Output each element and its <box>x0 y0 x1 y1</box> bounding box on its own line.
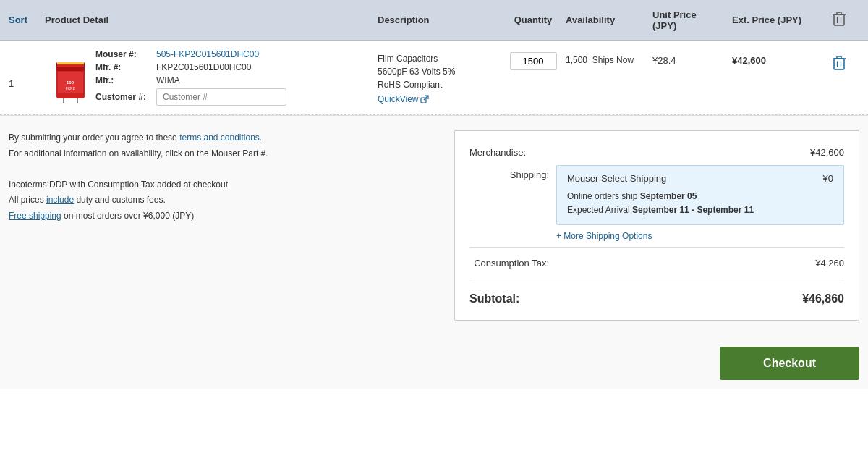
consumption-tax-value: ¥4,260 <box>815 258 844 269</box>
delete-column-header <box>826 11 852 29</box>
svg-text:100: 100 <box>66 80 74 85</box>
unit-price-cell: ¥28.4 <box>652 49 732 66</box>
row-number: 1 <box>9 49 45 89</box>
quantity-input[interactable] <box>510 52 557 70</box>
subtotal-row: Subtotal: ¥46,860 <box>469 285 844 308</box>
summary-section: By submitting your order you agree to th… <box>0 115 868 335</box>
checkout-section: Checkout <box>0 335 868 389</box>
ext-price-cell: ¥42,600 <box>732 49 826 66</box>
unit-price-column-header: Unit Price (JPY) <box>652 9 732 31</box>
summary-left-panel: By submitting your order you agree to th… <box>9 130 440 321</box>
availability-column-header: Availability <box>566 14 652 25</box>
product-image: 100 FKP2 <box>45 49 95 103</box>
availability-text: For additional information on availabili… <box>9 146 440 162</box>
merchandise-label: Merchandise: <box>469 147 526 158</box>
shipping-content: Mouser Select Shipping ¥0 Online orders … <box>556 162 844 241</box>
mouser-part-link[interactable]: 505-FKP2C015601DHC00 <box>156 49 259 59</box>
shipping-row: Shipping: Mouser Select Shipping ¥0 Onli… <box>469 162 844 241</box>
shipping-label: Shipping: <box>469 162 549 180</box>
terms-link[interactable]: terms and conditions. <box>179 132 262 143</box>
mfr-name-value: WIMA <box>156 75 180 85</box>
sort-column-header[interactable]: Sort <box>9 14 45 25</box>
mouser-number-row: Mouser #: 505-FKP2C015601DHC00 <box>95 49 378 59</box>
description-line3: RoHS Compliant <box>378 78 501 91</box>
subtotal-value: ¥46,860 <box>802 292 844 305</box>
divider <box>469 247 844 248</box>
mfr-number-row: Mfr. #: FKP2C015601D00HC00 <box>95 62 378 72</box>
incoterms-text: Incoterms:DDP with Consumption Tax added… <box>9 177 440 193</box>
arrival-value: September 11 - September 11 <box>632 205 754 215</box>
external-link-icon <box>420 95 429 103</box>
summary-right-panel: Merchandise: ¥42,600 Shipping: Mouser Se… <box>454 130 859 321</box>
divider2 <box>469 279 844 279</box>
prices-text: All prices include duty and customs fees… <box>9 193 440 208</box>
more-shipping-link[interactable]: + More Shipping Options <box>556 231 844 241</box>
quantity-cell <box>501 49 566 70</box>
capacitor-svg: 100 FKP2 <box>51 56 90 103</box>
shipping-option-row: Mouser Select Shipping ¥0 <box>567 173 833 184</box>
description-column-header: Description <box>378 14 501 25</box>
availability-cell: 1,500 Ships Now <box>566 49 652 65</box>
delete-cell[interactable] <box>826 49 852 75</box>
trash-icon <box>832 55 846 71</box>
mfr-name-label: Mfr.: <box>95 75 153 85</box>
shipping-box: Mouser Select Shipping ¥0 Online orders … <box>556 165 844 225</box>
mfr-name-row: Mfr.: WIMA <box>95 75 378 85</box>
svg-rect-19 <box>834 59 844 69</box>
product-info: Mouser #: 505-FKP2C015601DHC00 Mfr. #: F… <box>95 49 378 106</box>
checkout-button[interactable]: Checkout <box>720 347 859 380</box>
consumption-tax-row: Consumption Tax: ¥4,260 <box>469 253 844 273</box>
include-link[interactable]: include <box>46 195 74 205</box>
ext-price-column-header: Ext. Price (JPY) <box>732 14 826 25</box>
quantity-column-header: Quantity <box>501 14 566 25</box>
svg-text:FKP2: FKP2 <box>65 86 75 90</box>
svg-rect-16 <box>57 64 84 67</box>
shipping-price: ¥0 <box>823 173 833 184</box>
merchandise-row: Merchandise: ¥42,600 <box>469 143 844 162</box>
terms-text: By submitting your order you agree to th… <box>9 130 440 146</box>
mfr-part-value: FKP2C015601D00HC00 <box>156 62 251 72</box>
product-row: 1 100 FKP2 Mouser #: 505-FKP2C015601DHC0… <box>0 41 868 115</box>
shipping-detail: Online orders ship September 05 Expected… <box>567 190 833 217</box>
table-header: Sort Product Detail Description Quantity… <box>0 0 868 41</box>
description-line1: Film Capacitors <box>378 52 501 65</box>
availability-status: Ships Now <box>592 55 634 65</box>
merchandise-value: ¥42,600 <box>810 147 844 158</box>
customer-number-input[interactable] <box>156 88 286 106</box>
product-detail-column-header: Product Detail <box>45 14 378 25</box>
mouser-label: Mouser #: <box>95 49 153 59</box>
delete-button[interactable] <box>832 55 846 75</box>
mfr-label: Mfr. #: <box>95 62 153 72</box>
shipping-option-label: Mouser Select Shipping <box>567 173 666 184</box>
trash-icon-header <box>832 11 846 27</box>
free-shipping-link[interactable]: Free shipping <box>9 211 61 221</box>
customer-label: Customer #: <box>95 92 153 102</box>
free-shipping-text: Free shipping on most orders over ¥6,000… <box>9 208 440 224</box>
svg-rect-14 <box>57 93 84 98</box>
subtotal-label: Subtotal: <box>469 292 519 305</box>
quickview-link[interactable]: QuickView <box>378 94 501 104</box>
svg-rect-0 <box>834 14 844 25</box>
consumption-tax-label: Consumption Tax: <box>469 258 549 269</box>
ship-date-value: September 05 <box>640 191 697 201</box>
description-line2: 5600pF 63 Volts 5% <box>378 65 501 78</box>
product-description: Film Capacitors 5600pF 63 Volts 5% RoHS … <box>378 49 501 104</box>
svg-rect-15 <box>57 62 84 64</box>
availability-qty: 1,500 <box>566 55 587 65</box>
customer-number-row: Customer #: <box>95 88 378 106</box>
